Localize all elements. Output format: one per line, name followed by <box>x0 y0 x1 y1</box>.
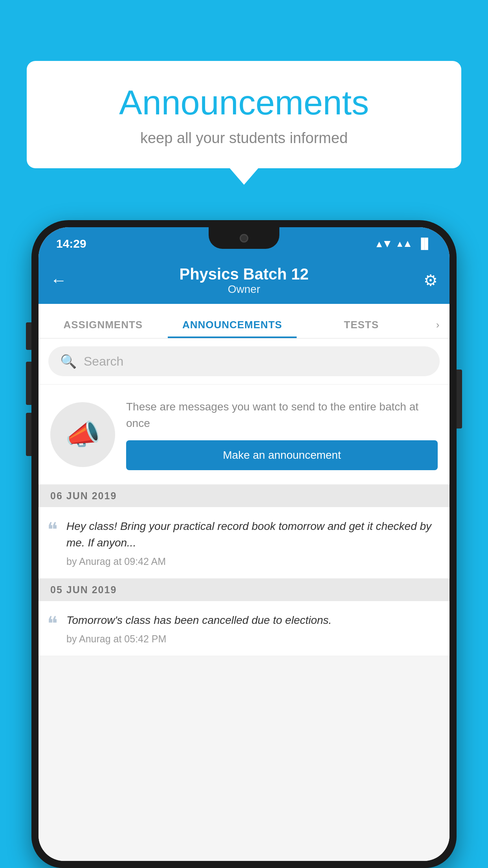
phone-notch <box>209 227 279 249</box>
make-announcement-button[interactable]: Make an announcement <box>126 440 438 470</box>
speech-bubble-container: Announcements keep all your students inf… <box>27 61 461 168</box>
quote-icon-container-1: ❝ <box>47 518 58 567</box>
announcement-meta-1: by Anurag at 09:42 AM <box>66 556 166 567</box>
quote-icon-1: ❝ <box>47 519 58 541</box>
tab-announcements[interactable]: ANNOUNCEMENTS <box>168 319 297 338</box>
front-camera <box>240 234 248 243</box>
tabs-bar: ASSIGNMENTS ANNOUNCEMENTS TESTS › <box>39 304 449 338</box>
quote-icon-container-2: ❝ <box>47 612 58 645</box>
promo-right: These are messages you want to send to t… <box>126 399 438 470</box>
tab-tests[interactable]: TESTS <box>297 319 426 338</box>
app-bar-title: Physics Batch 12 <box>74 265 414 283</box>
settings-button[interactable]: ⚙ <box>414 271 438 289</box>
date-separator-2: 05 JUN 2019 <box>39 579 449 601</box>
announcement-item-2: ❝ Tomorrow's class has been cancelled du… <box>39 601 449 656</box>
app-bar: ← Physics Batch 12 Owner ⚙ <box>39 257 449 304</box>
announcements-title: Announcements <box>50 83 438 123</box>
promo-icon-circle: 📣 <box>50 402 115 467</box>
search-bar-container: 🔍 Search <box>39 338 449 384</box>
status-time: 14:29 <box>56 237 86 250</box>
phone-outer: 14:29 ▴▼ ▴▲ ▐▌ ← Physics Batch 12 Owner … <box>31 220 457 868</box>
side-button-2 <box>26 362 31 405</box>
announcement-meta-2: by Anurag at 05:42 PM <box>66 633 166 644</box>
announcement-text-2: Tomorrow's class has been cancelled due … <box>66 612 438 629</box>
announcement-item-1: ❝ Hey class! Bring your practical record… <box>39 507 449 579</box>
signal-icon: ▴▲ <box>397 237 413 250</box>
promo-card: 📣 These are messages you want to send to… <box>39 385 449 484</box>
app-bar-subtitle: Owner <box>74 283 414 296</box>
megaphone-icon: 📣 <box>65 418 101 451</box>
search-bar[interactable]: 🔍 Search <box>48 346 440 376</box>
status-icons: ▴▼ ▴▲ ▐▌ <box>376 237 432 250</box>
quote-icon-2: ❝ <box>47 612 58 634</box>
date-separator-1: 06 JUN 2019 <box>39 485 449 507</box>
announcement-content-2: Tomorrow's class has been cancelled due … <box>66 612 438 645</box>
announcement-content-1: Hey class! Bring your practical record b… <box>66 518 438 567</box>
announcement-text-1: Hey class! Bring your practical record b… <box>66 518 438 551</box>
side-button-1 <box>26 322 31 350</box>
wifi-icon: ▴▼ <box>376 237 393 250</box>
speech-bubble: Announcements keep all your students inf… <box>27 61 461 168</box>
phone-mockup: 14:29 ▴▼ ▴▲ ▐▌ ← Physics Batch 12 Owner … <box>31 220 457 868</box>
side-button-3 <box>26 413 31 456</box>
promo-description: These are messages you want to send to t… <box>126 399 438 432</box>
back-button[interactable]: ← <box>50 271 74 290</box>
search-placeholder: Search <box>84 354 123 369</box>
tab-assignments[interactable]: ASSIGNMENTS <box>39 319 168 338</box>
phone-inner: 14:29 ▴▼ ▴▲ ▐▌ ← Physics Batch 12 Owner … <box>39 227 449 861</box>
search-icon: 🔍 <box>60 353 77 369</box>
app-bar-title-container: Physics Batch 12 Owner <box>74 265 414 296</box>
side-button-right <box>457 370 462 428</box>
battery-icon: ▐▌ <box>417 237 432 250</box>
content-area: 🔍 Search 📣 These are messages you want t… <box>39 338 449 861</box>
tab-more[interactable]: › <box>426 319 449 338</box>
announcements-subtitle: keep all your students informed <box>50 130 438 147</box>
